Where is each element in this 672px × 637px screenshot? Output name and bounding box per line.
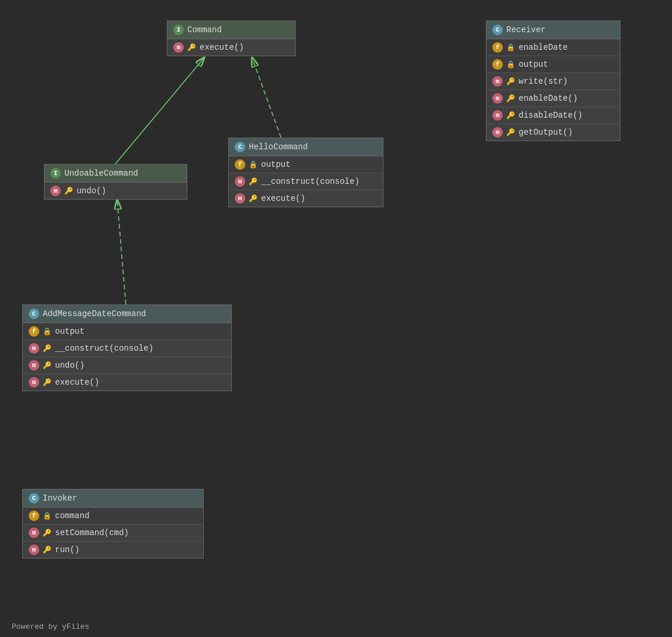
undoable-command-box: I UndoableCommand m 🔑 undo() <box>44 164 187 200</box>
invoker-title: Invoker <box>43 494 77 503</box>
field-badge: f <box>235 159 245 170</box>
hello-construct-row: m 🔑 __construct(console) <box>229 173 383 190</box>
invoker-box: C Invoker f 🔒 command m 🔑 setCommand(cmd… <box>22 489 204 559</box>
key-icon: 🔑 <box>43 361 52 370</box>
method-badge: m <box>29 377 39 388</box>
lock-icon: 🔒 <box>506 60 515 69</box>
method-badge: m <box>29 544 39 555</box>
key-icon: 🔑 <box>43 344 52 353</box>
receiver-enabledate-row: f 🔒 enableDate <box>486 39 620 56</box>
method-badge: m <box>235 193 245 204</box>
invoker-setcommand-row: m 🔑 setCommand(cmd) <box>23 525 203 542</box>
lock-icon: 🔒 <box>249 160 258 169</box>
visibility-icon: 🔑 <box>187 43 196 52</box>
command-type-badge: I <box>173 25 184 35</box>
amdc-title: AddMessageDateCommand <box>43 309 146 318</box>
type-badge: C <box>29 493 39 504</box>
field-badge: f <box>492 59 503 70</box>
method-badge: m <box>235 176 245 187</box>
key-icon: 🔑 <box>506 128 515 137</box>
receiver-output-row: f 🔒 output <box>486 56 620 73</box>
invoker-run-row: m 🔑 run() <box>23 542 203 558</box>
method-badge: m <box>492 110 503 121</box>
receiver-enabledate-method-row: m 🔑 enableDate() <box>486 90 620 107</box>
receiver-disabledate-row: m 🔑 disableDate() <box>486 107 620 124</box>
amdc-execute-row: m 🔑 execute() <box>23 374 231 391</box>
svg-line-3 <box>252 57 281 138</box>
method-badge: m <box>29 528 39 538</box>
key-icon: 🔑 <box>43 529 52 537</box>
lock-icon: 🔒 <box>43 512 52 520</box>
key-icon: 🔑 <box>506 77 515 86</box>
amdc-construct-row: m 🔑 __construct(console) <box>23 340 231 357</box>
field-badge: f <box>29 326 39 337</box>
command-execute-row: m 🔑 execute() <box>167 39 295 56</box>
receiver-type-badge: C <box>492 25 503 35</box>
lock-icon: 🔒 <box>506 43 515 52</box>
powered-by-label: Powered by yFiles <box>12 622 90 631</box>
add-message-date-command-box: C AddMessageDateCommand f 🔒 output m 🔑 _… <box>22 304 232 391</box>
type-badge: I <box>50 168 61 179</box>
key-icon: 🔑 <box>506 94 515 103</box>
lock-icon: 🔒 <box>43 327 52 336</box>
method-badge: m <box>29 343 39 354</box>
receiver-header: C Receiver <box>486 21 620 39</box>
hello-output-row: f 🔒 output <box>229 156 383 173</box>
receiver-write-row: m 🔑 write(str) <box>486 73 620 90</box>
key-icon: 🔑 <box>64 187 73 196</box>
amdc-output-row: f 🔒 output <box>23 323 231 340</box>
key-icon: 🔑 <box>43 378 52 387</box>
receiver-getoutput-row: m 🔑 getOutput() <box>486 124 620 141</box>
method-badge: m <box>492 76 503 87</box>
type-badge: C <box>235 142 245 152</box>
field-badge: f <box>29 511 39 521</box>
invoker-header: C Invoker <box>23 489 203 508</box>
key-icon: 🔑 <box>249 194 258 203</box>
amdc-undo-row: m 🔑 undo() <box>23 357 231 374</box>
command-header: I Command <box>167 21 295 39</box>
method-badge: m <box>492 127 503 138</box>
hello-execute-row: m 🔑 execute() <box>229 190 383 207</box>
invoker-command-row: f 🔒 command <box>23 508 203 525</box>
hello-title: HelloCommand <box>249 142 308 152</box>
key-icon: 🔑 <box>249 177 258 186</box>
amdc-header: C AddMessageDateCommand <box>23 305 231 323</box>
svg-line-2 <box>115 57 205 164</box>
field-badge: f <box>492 42 503 53</box>
command-box: I Command m 🔑 execute() <box>167 20 296 56</box>
undoable-title: UndoableCommand <box>64 169 138 178</box>
key-icon: 🔑 <box>506 111 515 120</box>
method-badge: m <box>173 42 184 53</box>
type-badge: C <box>29 309 39 319</box>
key-icon: 🔑 <box>43 546 52 554</box>
method-badge: m <box>50 186 61 196</box>
receiver-box: C Receiver f 🔒 enableDate f 🔒 output m 🔑… <box>486 20 620 141</box>
command-title: Command <box>187 25 222 35</box>
undoable-header: I UndoableCommand <box>44 165 187 183</box>
receiver-title: Receiver <box>506 25 546 35</box>
svg-line-4 <box>117 199 126 304</box>
undoable-undo-row: m 🔑 undo() <box>44 183 187 199</box>
hello-header: C HelloCommand <box>229 138 383 156</box>
hello-command-box: C HelloCommand f 🔒 output m 🔑 __construc… <box>228 138 383 207</box>
method-badge: m <box>492 93 503 104</box>
execute-method: execute() <box>200 43 244 52</box>
method-badge: m <box>29 360 39 371</box>
